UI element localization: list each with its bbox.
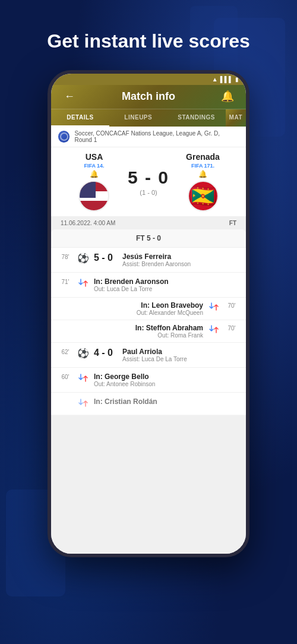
event-time-1: 78' <box>58 252 72 260</box>
event-info-2: In: Brenden Aaronson Out: Luca De La Tor… <box>94 277 239 292</box>
header-bell-button[interactable]: 🔔 <box>219 90 236 103</box>
sub-icon-3 <box>208 301 220 314</box>
away-team-rank: FIFA 171. <box>191 163 214 169</box>
home-flag-wrap: 🔔 <box>78 170 109 211</box>
event-player-5: Paul Arriola <box>122 348 239 356</box>
event-info-7: In: Cristian Roldán <box>94 397 239 406</box>
event-detail-3: Out: Alexander McQueen <box>137 310 203 316</box>
away-team-name: Grenada <box>186 152 220 162</box>
home-team-name: USA <box>86 152 103 162</box>
tab-mat[interactable]: MAT <box>226 109 246 127</box>
event-time-7 <box>58 397 72 399</box>
status-icons: ▲ ▌▌▌ ▮ <box>212 76 239 83</box>
events-header: FT 5 - 0 <box>51 229 246 248</box>
match-meta: 11.06.2022. 4:00 AM FT <box>51 217 246 229</box>
event-player-4: In: Steffon Abraham <box>135 324 203 332</box>
home-bell-icon[interactable]: 🔔 <box>90 170 99 178</box>
home-team: USA FIFA 14. 🔔 <box>61 152 128 211</box>
event-row-sub-right-70a: In: Leon Braveboy Out: Alexander McQueen… <box>51 298 246 320</box>
event-row-goal-5-0: 78' ⚽ 5 - 0 Jesús Ferreira Assist: Brend… <box>51 248 246 273</box>
sub-icon-6 <box>77 372 89 385</box>
status-bar: ▲ ▌▌▌ ▮ <box>51 74 246 85</box>
event-player-7: In: Cristian Roldán <box>94 397 239 406</box>
phone-screen: ▲ ▌▌▌ ▮ ← Match info 🔔 DETAILS LINEUPS S… <box>51 74 246 554</box>
event-detail-6: Out: Antonee Robinson <box>94 381 239 387</box>
sub-icon-2 <box>77 277 89 290</box>
soccer-ball-icon-5: ⚽ <box>77 348 89 359</box>
event-info-5: Paul Arriola Assist: Luca De La Torre <box>122 348 239 362</box>
event-row-sub-60: 60' In: George Bello Out: Antonee Robins… <box>51 368 246 393</box>
match-header: USA FIFA 14. 🔔 5 - 0 (1 - 0) <box>51 147 246 217</box>
home-team-flag <box>78 181 109 211</box>
event-time-4: 70' <box>225 324 239 332</box>
event-score-1: 5 - 0 <box>94 252 118 263</box>
soccer-ball-icon-1: ⚽ <box>77 252 89 264</box>
match-date: 11.06.2022. 4:00 AM <box>61 220 115 226</box>
event-assist-1: Assist: Brenden Aaronson <box>122 261 239 267</box>
app-header: ← Match info 🔔 <box>51 85 246 109</box>
event-assist-5: Assist: Luca De La Torre <box>122 356 239 362</box>
back-button[interactable]: ← <box>61 90 78 103</box>
score-center: 5 - 0 (1 - 0) <box>128 168 169 196</box>
score-main: 5 - 0 <box>128 168 169 188</box>
score-halftime: (1 - 0) <box>140 189 157 196</box>
event-row-sub-right-70b: In: Steffon Abraham Out: Roma Frank 70' <box>51 320 246 343</box>
away-bell-icon[interactable]: 🔔 <box>198 170 207 178</box>
page-headline: Get instant live scores <box>0 0 297 70</box>
event-time-5: 62' <box>58 348 72 355</box>
league-text: Soccer, CONCACAF Nations League, League … <box>74 130 239 143</box>
event-info-right-3: In: Leon Braveboy Out: Alexander McQueen <box>137 301 203 316</box>
events-card: FT 5 - 0 78' ⚽ 5 - 0 Jesús Ferreira Assi… <box>51 229 246 415</box>
event-info-right-4: In: Steffon Abraham Out: Roma Frank <box>135 324 203 339</box>
home-team-rank: FIFA 14. <box>84 163 104 169</box>
signal-icon: ▌▌▌ <box>220 76 233 83</box>
match-status: FT <box>229 220 236 226</box>
away-flag-wrap: 🔔 <box>188 170 219 211</box>
event-detail-4: Out: Roma Frank <box>135 332 203 339</box>
sub-icon-7 <box>77 397 89 410</box>
away-team: Grenada FIFA 171. 🔔 <box>169 152 236 211</box>
event-player-6: In: George Bello <box>94 372 239 381</box>
event-row-sub-71: 71' In: Brenden Aaronson Out: Luca De La… <box>51 273 246 298</box>
event-time-6: 60' <box>58 372 72 380</box>
phone-mockup: ▲ ▌▌▌ ▮ ← Match info 🔔 DETAILS LINEUPS S… <box>0 70 297 557</box>
phone-device: ▲ ▌▌▌ ▮ ← Match info 🔔 DETAILS LINEUPS S… <box>48 70 249 557</box>
event-player-1: Jesús Ferreira <box>122 252 239 261</box>
tab-lineups[interactable]: LINEUPS <box>109 109 168 127</box>
event-row-sub-partial: In: Cristian Roldán <box>51 393 246 415</box>
league-logo <box>58 131 69 143</box>
league-logo-inner <box>60 132 68 141</box>
tab-details[interactable]: DETAILS <box>51 109 109 127</box>
event-info-6: In: George Bello Out: Antonee Robinson <box>94 372 239 387</box>
content-area: Soccer, CONCACAF Nations League, League … <box>51 127 246 554</box>
event-player-2: In: Brenden Aaronson <box>94 277 239 286</box>
wifi-icon: ▲ <box>212 76 218 83</box>
event-player-3: In: Leon Braveboy <box>137 301 203 310</box>
event-score-5: 4 - 0 <box>94 348 118 358</box>
tabs-bar: DETAILS LINEUPS STANDINGS MAT <box>51 109 246 127</box>
battery-icon: ▮ <box>235 76 239 83</box>
teams-row: USA FIFA 14. 🔔 5 - 0 (1 - 0) <box>61 152 236 211</box>
event-time-2: 71' <box>58 277 72 285</box>
event-info-1: Jesús Ferreira Assist: Brenden Aaronson <box>122 252 239 267</box>
header-title: Match info <box>78 90 219 103</box>
event-row-goal-4-0: 62' ⚽ 4 - 0 Paul Arriola Assist: Luca De… <box>51 343 246 368</box>
away-team-flag <box>188 181 219 211</box>
league-info: Soccer, CONCACAF Nations League, League … <box>51 127 246 147</box>
tab-standings[interactable]: STANDINGS <box>168 109 226 127</box>
sub-icon-4 <box>208 324 220 336</box>
event-time-3: 70' <box>225 301 239 309</box>
event-detail-2: Out: Luca De La Torre <box>94 286 239 292</box>
